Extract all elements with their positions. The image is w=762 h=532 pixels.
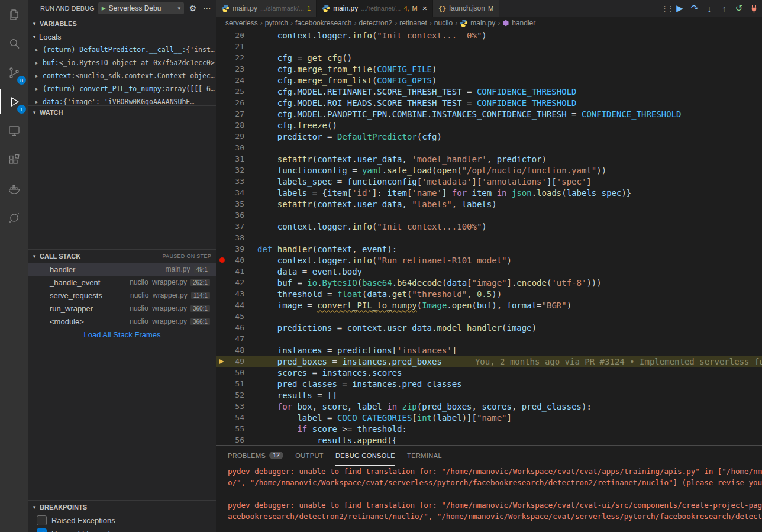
code-line[interactable]: 45 <box>216 311 762 322</box>
code-line[interactable]: 38 <box>216 232 762 243</box>
step-over-icon[interactable]: ↷ <box>688 3 701 14</box>
disconnect-icon[interactable] <box>747 4 760 13</box>
breadcrumb-item[interactable]: retinanet <box>399 19 427 27</box>
python-icon <box>322 4 330 12</box>
code-line[interactable]: 26 cfg.MODEL.ROI_HEADS.SCORE_THRESH_TEST… <box>216 97 762 108</box>
extensions-icon[interactable] <box>0 145 28 174</box>
gear-icon[interactable]: ⚙ <box>188 4 198 13</box>
code-line[interactable]: 52 results = [] <box>216 389 762 401</box>
docker-icon[interactable] <box>0 174 28 203</box>
code-line[interactable]: 24 cfg.merge_from_list(CONFIG_OPTS) <box>216 75 762 86</box>
code-line[interactable]: 35 setattr(context.user_data, "labels", … <box>216 198 762 209</box>
code-line[interactable]: 31 setattr(context.user_data, 'model_han… <box>216 153 762 165</box>
watch-section-header[interactable]: ▾ WATCH <box>28 105 216 119</box>
breadcrumb-item[interactable]: detectron2 <box>359 19 392 27</box>
current-line-arrow[interactable] <box>216 359 228 364</box>
load-all-stack-frames-link[interactable]: Load All Stack Frames <box>28 328 216 341</box>
breadcrumb-symbol[interactable]: handler <box>512 19 535 27</box>
panel-tab[interactable]: OUTPUT <box>295 446 324 466</box>
stack-frame[interactable]: serve_requests_nuclio_wrapper.py114:1 <box>28 289 216 302</box>
code-line[interactable]: 22 cfg = get_cfg() <box>216 52 762 63</box>
stack-frame[interactable]: <module>_nuclio_wrapper.py366:1 <box>28 315 216 328</box>
editor-tab[interactable]: {}launch.jsonM <box>433 0 499 17</box>
line-number: 34 <box>228 188 244 197</box>
restart-icon[interactable]: ↺ <box>732 3 745 14</box>
call-stack-section-header[interactable]: ▾ CALL STACK PAUSED ON STEP <box>28 249 216 263</box>
continue-icon[interactable]: ▶ <box>673 3 686 14</box>
variables-section-header[interactable]: ▾ VARIABLES <box>28 17 216 30</box>
code-line[interactable]: 21 <box>216 41 762 52</box>
code-text: setattr(context.user_data, 'model_handle… <box>257 154 547 164</box>
code-line[interactable]: 37 context.logger.info("Init context...1… <box>216 221 762 232</box>
chevron-down-icon: ▾ <box>31 21 38 27</box>
code-editor[interactable]: 20 context.logger.info("Init context... … <box>216 30 762 445</box>
variable-row[interactable]: ▸data: {'image': 'iVBORw0KGgoAAAANSUhE… <box>28 95 216 105</box>
panel-tab[interactable]: DEBUG CONSOLE <box>335 446 395 466</box>
variable-row[interactable]: ▸(return) convert_PIL_to_numpy: array([[… <box>28 82 216 95</box>
code-text: scores = instances.scores <box>257 368 402 378</box>
code-line[interactable]: 36 <box>216 209 762 221</box>
code-line[interactable]: 41 data = event.body <box>216 266 762 277</box>
breakpoints-section-header[interactable]: ▾ BREAKPOINTS <box>28 500 216 514</box>
start-debug-icon[interactable]: ▶ <box>102 5 106 11</box>
breadcrumb-item[interactable]: facebookresearch <box>295 19 351 27</box>
code-line[interactable]: 42 buf = io.BytesIO(base64.b64decode(dat… <box>216 277 762 288</box>
variable-row[interactable]: ▸(return) DefaultPredictor.__call__: {'i… <box>28 43 216 56</box>
stack-frame[interactable]: run_wrapper_nuclio_wrapper.py360:1 <box>28 302 216 315</box>
code-line[interactable]: 54 label = COCO_CATEGORIES[int(label)]["… <box>216 412 762 423</box>
code-line[interactable]: 39def handler(context, event): <box>216 243 762 254</box>
run-debug-icon[interactable]: 1 <box>0 87 28 116</box>
explorer-icon[interactable] <box>0 0 28 29</box>
chevron-right-icon: › <box>455 19 457 27</box>
code-line[interactable]: 20 context.logger.info("Init context... … <box>216 30 762 41</box>
breakpoint-row[interactable]: Raised Exceptions <box>28 514 216 527</box>
editor-tab[interactable]: main.py.../retinanet/...4,M× <box>317 0 433 17</box>
more-actions-icon[interactable]: ⋯ <box>202 4 212 13</box>
close-icon[interactable]: × <box>422 4 427 13</box>
code-line[interactable]: 33 labels_spec = functionconfig['metadat… <box>216 176 762 187</box>
remote-explorer-icon[interactable] <box>0 116 28 145</box>
code-line[interactable]: 56 results.append({ <box>216 434 762 445</box>
source-control-icon[interactable]: 8 <box>0 58 28 87</box>
code-line[interactable]: 44 image = convert_PIL_to_numpy(Image.op… <box>216 299 762 311</box>
code-line[interactable]: 29 predictor = DefaultPredictor(cfg) <box>216 131 762 142</box>
variable-row[interactable]: ▸buf: <_io.BytesIO object at 0x7f5a2dc1e… <box>28 56 216 69</box>
code-line[interactable]: 23 cfg.merge_from_file(CONFIG_FILE) <box>216 63 762 75</box>
code-line[interactable]: 50 scores = instances.scores <box>216 367 762 378</box>
variable-row[interactable]: ▸context: <nuclio_sdk.context.Context ob… <box>28 69 216 82</box>
panel-tab[interactable]: PROBLEMS12 <box>228 446 283 466</box>
jupyter-icon[interactable] <box>0 203 28 232</box>
code-line[interactable]: 40 context.logger.info("Run retinanet-R1… <box>216 254 762 266</box>
scope-locals[interactable]: ▾ Locals <box>28 30 216 43</box>
step-into-icon[interactable]: ↓ <box>703 4 716 14</box>
launch-config-select[interactable]: ▶ Serverless Debu ▾ <box>98 2 184 14</box>
code-line[interactable]: 48 instances = predictions['instances'] <box>216 344 762 356</box>
step-out-icon[interactable]: ↑ <box>718 4 731 14</box>
code-line[interactable]: 27 cfg.MODEL.PANOPTIC_FPN.COMBINE.INSTAN… <box>216 108 762 120</box>
search-icon[interactable] <box>0 29 28 58</box>
checkbox[interactable]: ✓ <box>37 528 47 532</box>
breakpoint-icon[interactable] <box>216 257 228 263</box>
code-line[interactable]: 55 if score >= threshold: <box>216 423 762 434</box>
code-line[interactable]: 30 <box>216 142 762 153</box>
breadcrumb-item[interactable]: nuclio <box>434 19 453 27</box>
stack-frame[interactable]: _handle_event_nuclio_wrapper.py262:1 <box>28 276 216 289</box>
breadcrumb-file[interactable]: main.py <box>470 19 495 27</box>
code-line[interactable]: 43 threshold = float(data.get("threshold… <box>216 288 762 299</box>
checkbox[interactable] <box>37 515 47 525</box>
breadcrumb-item[interactable]: serverless <box>225 19 258 27</box>
editor-tab[interactable]: main.py.../siammask/...1 <box>216 0 317 17</box>
code-line[interactable]: 46 predictions = context.user_data.model… <box>216 322 762 333</box>
breakpoint-row[interactable]: ✓Uncaught Exceptions <box>28 527 216 532</box>
code-line[interactable]: 25 cfg.MODEL.RETINANET.SCORE_THRESH_TEST… <box>216 86 762 97</box>
code-line[interactable]: 28 cfg.freeze() <box>216 120 762 131</box>
stack-frame[interactable]: handlermain.py49:1 <box>28 263 216 276</box>
breadcrumb-item[interactable]: pytorch <box>265 19 288 27</box>
code-line[interactable]: 53 for box, score, label in zip(pred_box… <box>216 401 762 412</box>
code-line[interactable]: 32 functionconfig = yaml.safe_load(open(… <box>216 165 762 176</box>
panel-tab[interactable]: TERMINAL <box>407 446 442 466</box>
code-line[interactable]: 49 pred_boxes = instances.pred_boxesYou,… <box>216 356 762 367</box>
code-line[interactable]: 47 <box>216 333 762 344</box>
code-line[interactable]: 34 labels = {item['id']: item['name'] fo… <box>216 187 762 198</box>
code-line[interactable]: 51 pred_classes = instances.pred_classes <box>216 378 762 389</box>
